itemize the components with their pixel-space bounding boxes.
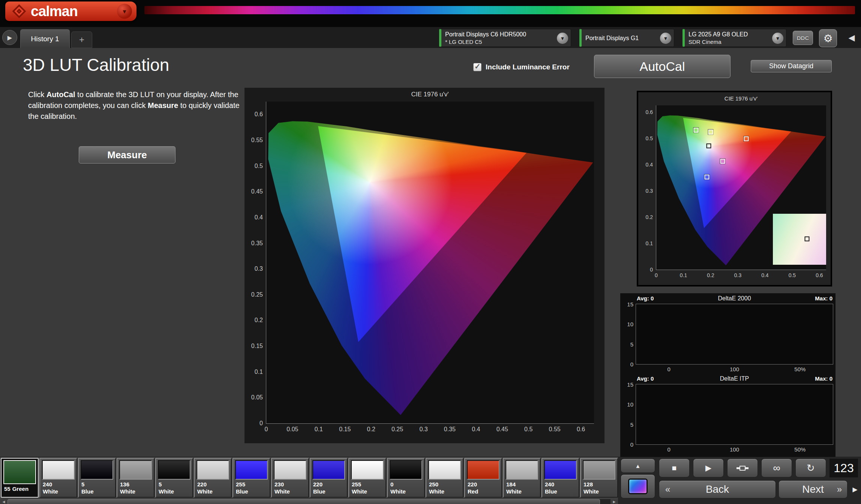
source-dropdown-button[interactable]: ▼ [660,33,671,44]
tab-history-1[interactable]: History 1 [20,29,70,48]
deltae-2000-panel: Avg: 0 DeltaE 2000 Max: 0 151050010050% [620,293,836,376]
patch-button[interactable]: 128White [580,458,618,498]
checkbox-label: Include Luminance Error [486,63,570,71]
x-axis-tick-label: 0.5 [524,426,532,433]
meter-dropdown-button[interactable]: ▼ [557,33,568,44]
source-selector[interactable]: Portrait Displays G1 ▼ [579,29,674,47]
stop-button[interactable]: ■ [659,459,690,477]
x-axis-tick-label: 100 [730,446,739,453]
pattern-window-button[interactable] [621,474,655,498]
check-icon: ✓ [474,62,481,71]
settings-button[interactable]: ⚙ [819,29,837,47]
chart-title: CIE 1976 u'v' [266,91,594,98]
x-axis-tick-label: 0.6 [816,272,823,278]
patch-button[interactable]: 220Blue [310,458,348,498]
patch-scrollbar[interactable]: ◀ ▶ [0,499,618,504]
play-icon: ▶ [705,464,711,472]
back-button[interactable]: « Back [659,480,776,498]
patch-button[interactable]: 240Blue [542,458,579,498]
display-dropdown-button[interactable]: ▼ [772,33,783,44]
patch-button[interactable]: 220White [194,458,232,498]
y-axis-tick-label: 0.15 [251,343,263,350]
patch-button[interactable]: 0White [387,458,425,498]
patch-swatch [42,460,75,480]
collapse-right-panel-button[interactable]: ◀ [845,32,858,44]
y-axis-tick-label: 0.4 [646,162,653,168]
gear-icon: ⚙ [823,32,832,45]
chevron-down-icon: ▼ [560,36,565,41]
patch-button[interactable]: 250White [426,458,464,498]
x-axis-tick-label: 0 [655,272,658,278]
y-axis-tick-label: 0.3 [646,188,653,194]
pattern-window-icon [628,478,648,494]
patch-label: 136White [119,481,152,495]
patch-button[interactable]: 255Blue [232,458,270,498]
chevron-down-icon: ▼ [776,36,780,41]
add-tab-button[interactable]: + [71,32,92,48]
x-axis-tick-label: 0.3 [734,272,741,278]
meter-selector[interactable]: Portrait Displays C6 HDR5000 * LG OLED C… [439,29,571,47]
x-axis-tick-label: 0.45 [496,426,508,433]
up-arrow-icon: ▲ [635,463,641,469]
patch-label: 240White [42,481,75,495]
workflow-forward-arrow[interactable]: ▶ [850,483,860,495]
play-button[interactable]: ▶ [693,459,724,477]
patch-label: 5White [158,481,190,495]
scroll-left-button[interactable]: ◀ [0,499,8,504]
main-menu-dropdown-button[interactable]: ▼ [117,4,132,19]
chart-title: DeltaE 2000 [636,295,833,302]
patch-button[interactable]: 184White [503,458,541,498]
scroll-right-button[interactable]: ▶ [610,499,618,504]
patch-label: 230White [274,481,306,495]
max-value: Max: 0 [815,375,832,382]
include-luminance-error-row: ✓ Include Luminance Error [473,63,570,71]
patch-label: 220White [196,481,229,495]
back-label: Back [706,483,729,495]
continuous-measure-button[interactable]: ∞ [761,459,792,477]
x-axis-tick-label: 0 [668,446,670,453]
patch-button[interactable]: 5White [155,458,193,498]
y-axis-tick-label: 0.25 [251,291,263,298]
patch-label: 250White [428,481,461,495]
y-axis-tick-label: 0 [630,361,633,368]
tab-label: History 1 [31,35,59,43]
page-title: 3D LUT Calibration [23,55,169,75]
measure-button[interactable]: Measure [79,146,176,164]
x-axis-tick-label: 0.4 [472,426,480,433]
show-datagrid-button[interactable]: Show Datagrid [751,60,832,72]
include-luminance-error-checkbox[interactable]: ✓ [473,63,482,71]
calman-diamond-icon [12,4,26,18]
x-axis-tick-label: 0.55 [549,426,561,433]
display-selector[interactable]: LG 2025 A9 G8 OLED SDR Cinema ▼ [682,29,786,47]
patch-swatch [235,460,268,480]
single-measure-button[interactable] [727,459,758,477]
y-axis-tick-label: 0.2 [646,214,653,220]
measurement-marker [706,144,711,148]
patch-button[interactable]: 136White [117,458,154,498]
patch-swatch [196,460,229,480]
measurement-marker [744,136,748,141]
patch-button[interactable]: 255White [348,458,386,498]
refresh-button[interactable]: ↻ [795,459,826,477]
autocal-button[interactable]: AutoCal [594,55,730,78]
patch-button[interactable]: 220Red [464,458,502,498]
patch-button[interactable]: 230White [271,458,309,498]
next-label: Next [802,483,824,495]
pattern-list-up-button[interactable]: ▲ [621,459,655,473]
patch-label: 240Blue [544,481,577,495]
patch-swatch [81,460,113,480]
chevron-left-icon: ◀ [849,33,855,43]
expand-left-panel-button[interactable]: ▶ [2,30,17,45]
next-button[interactable]: Next » [778,480,848,498]
scrollbar-thumb[interactable] [8,499,600,504]
y-axis-tick-label: 10 [627,401,633,408]
patch-button[interactable]: 55Green [1,458,39,498]
patch-button[interactable]: 5Blue [78,458,116,498]
x-axis-tick-label: 0.5 [789,272,796,278]
calman-logo: calman ▼ [5,2,136,21]
ddc-button[interactable]: DDC [793,31,813,45]
patch-button[interactable]: 240White [39,458,77,498]
patch-label: 255White [351,481,384,495]
patch-swatch [3,460,36,484]
x-axis-tick-label: 50% [794,446,806,453]
